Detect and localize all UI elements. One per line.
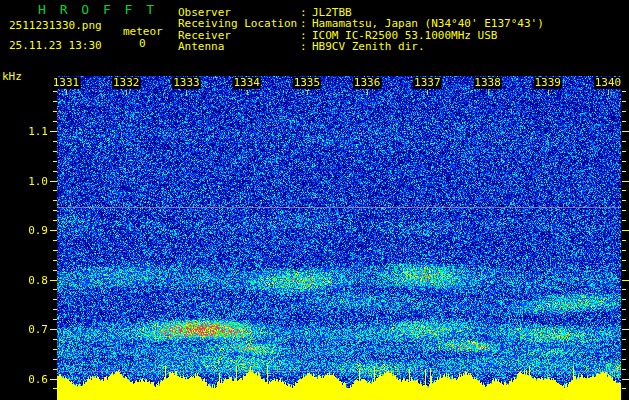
meteor-counter-value: 0	[139, 38, 146, 49]
y-major-tick-left	[50, 131, 57, 132]
y-major-tick-left	[50, 181, 57, 182]
x-tick-mark	[307, 90, 308, 95]
x-tick-label: 1336	[353, 77, 382, 89]
y-minor-tick-left	[53, 101, 57, 102]
y-major-tick-right	[622, 280, 629, 281]
y-major-tick-left	[50, 329, 57, 330]
info-colon: :	[300, 18, 312, 29]
y-minor-tick-right	[622, 388, 626, 389]
y-minor-tick-left	[53, 161, 57, 162]
station-info-block: Observer:JL2TBBReceiving Location:Hamama…	[178, 7, 544, 52]
y-minor-tick-right	[622, 161, 626, 162]
x-tick-label: 1337	[413, 77, 442, 89]
y-minor-tick-left	[53, 200, 57, 201]
y-minor-tick-right	[622, 319, 626, 320]
y-major-tick-right	[622, 379, 629, 380]
y-tick-label: 0.8	[18, 275, 48, 286]
y-minor-tick-left	[53, 339, 57, 340]
x-tick-mark	[488, 90, 489, 95]
y-minor-tick-left	[53, 388, 57, 389]
datetime-stamp: 25.11.23 13:30	[9, 40, 102, 51]
x-tick-label: 1334	[232, 77, 261, 89]
y-minor-tick-right	[622, 200, 626, 201]
y-minor-tick-right	[622, 101, 626, 102]
meteor-counter-label: meteor	[123, 26, 163, 37]
y-major-tick-right	[622, 131, 629, 132]
y-minor-tick-left	[53, 141, 57, 142]
y-tick-label: 0.6	[18, 374, 48, 385]
y-minor-tick-left	[53, 91, 57, 92]
y-minor-tick-left	[53, 319, 57, 320]
y-minor-tick-right	[622, 151, 626, 152]
y-minor-tick-right	[622, 359, 626, 360]
y-axis-unit-label: kHz	[2, 70, 22, 83]
y-minor-tick-right	[622, 270, 626, 271]
y-minor-tick-right	[622, 260, 626, 261]
y-minor-tick-right	[622, 309, 626, 310]
y-minor-tick-left	[53, 151, 57, 152]
x-tick-mark	[427, 90, 428, 95]
y-tick-label: 0.7	[18, 324, 48, 335]
x-tick-mark	[247, 90, 248, 95]
y-minor-tick-right	[622, 171, 626, 172]
info-value: Hamamatsu, Japan (N34°40' E137°43')	[312, 18, 544, 29]
y-minor-tick-left	[53, 210, 57, 211]
y-minor-tick-left	[53, 250, 57, 251]
y-minor-tick-left	[53, 190, 57, 191]
app-title: H R O F F T	[38, 3, 157, 16]
x-tick-mark	[608, 90, 609, 95]
output-filename: 2511231330.png	[9, 20, 102, 31]
x-tick-label: 1338	[473, 77, 502, 89]
y-major-tick-right	[622, 230, 629, 231]
y-minor-tick-left	[53, 220, 57, 221]
x-tick-mark	[186, 90, 187, 95]
y-minor-tick-left	[53, 260, 57, 261]
y-minor-tick-right	[622, 240, 626, 241]
y-minor-tick-right	[622, 299, 626, 300]
info-label: Receiving Location	[178, 18, 300, 29]
x-tick-label: 1332	[112, 77, 141, 89]
x-tick-label: 1333	[172, 77, 201, 89]
y-major-tick-right	[622, 329, 629, 330]
x-tick-label: 1335	[293, 77, 322, 89]
y-major-tick-left	[50, 379, 57, 380]
y-minor-tick-right	[622, 121, 626, 122]
y-major-tick-right	[622, 181, 629, 182]
y-minor-tick-left	[53, 349, 57, 350]
y-minor-tick-left	[53, 309, 57, 310]
info-label: Antenna	[178, 41, 300, 52]
y-minor-tick-right	[622, 339, 626, 340]
hrofft-output-window: H R O F F T 2511231330.png meteor 0 25.1…	[0, 0, 629, 400]
y-minor-tick-left	[53, 121, 57, 122]
x-tick-mark	[66, 90, 67, 95]
info-value: HB9CV Zenith dir.	[312, 41, 425, 52]
y-tick-label: 1.0	[18, 176, 48, 187]
info-colon: :	[300, 41, 312, 52]
y-major-tick-left	[50, 230, 57, 231]
x-tick-label: 1331	[52, 77, 81, 89]
y-minor-tick-left	[53, 369, 57, 370]
y-minor-tick-left	[53, 111, 57, 112]
x-tick-label: 1339	[534, 77, 563, 89]
y-minor-tick-left	[53, 289, 57, 290]
spectrogram-canvas	[57, 76, 621, 400]
station-info-row: Antenna:HB9CV Zenith dir.	[178, 41, 544, 52]
x-tick-mark	[548, 90, 549, 95]
y-tick-label: 1.1	[18, 126, 48, 137]
y-minor-tick-left	[53, 270, 57, 271]
y-minor-tick-right	[622, 141, 626, 142]
y-minor-tick-right	[622, 369, 626, 370]
y-minor-tick-right	[622, 91, 626, 92]
x-tick-label: 1340	[594, 77, 623, 89]
y-minor-tick-right	[622, 190, 626, 191]
y-minor-tick-right	[622, 220, 626, 221]
x-tick-mark	[126, 90, 127, 95]
y-minor-tick-left	[53, 171, 57, 172]
y-minor-tick-right	[622, 349, 626, 350]
y-major-tick-left	[50, 280, 57, 281]
y-minor-tick-left	[53, 299, 57, 300]
y-minor-tick-left	[53, 359, 57, 360]
y-minor-tick-left	[53, 240, 57, 241]
y-tick-label: 0.9	[18, 225, 48, 236]
station-info-row: Receiving Location:Hamamatsu, Japan (N34…	[178, 18, 544, 29]
